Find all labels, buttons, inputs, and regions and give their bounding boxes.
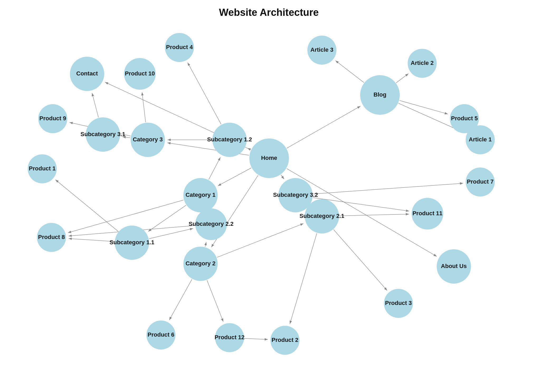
node-article3[interactable]: Article 3 xyxy=(307,36,336,65)
node-article2[interactable]: Article 2 xyxy=(408,49,437,78)
graph-edge xyxy=(149,228,193,239)
graph-edge xyxy=(142,92,146,122)
node-category1[interactable]: Category 1 xyxy=(183,178,218,212)
node-label-category2: Category 2 xyxy=(185,260,216,267)
node-product6[interactable]: Product 6 xyxy=(146,321,175,350)
node-sub31[interactable]: Subcategory 3.1 xyxy=(80,117,125,152)
graph-edge xyxy=(335,61,364,83)
node-category3[interactable]: Category 3 xyxy=(131,123,165,157)
graph-edge xyxy=(217,223,303,257)
graph-edge xyxy=(313,183,463,194)
node-label-sub31: Subcategory 3.1 xyxy=(80,131,125,137)
graph-edge xyxy=(399,101,448,114)
node-sub22[interactable]: Subcategory 2.2 xyxy=(189,208,234,240)
node-aboutus[interactable]: About Us xyxy=(437,249,471,284)
node-label-article3: Article 3 xyxy=(311,46,334,53)
node-label-product2: Product 2 xyxy=(272,337,298,343)
node-product11[interactable]: Product 11 xyxy=(412,198,443,230)
node-product10[interactable]: Product 10 xyxy=(124,58,156,90)
node-label-product1: Product 1 xyxy=(29,165,55,172)
node-product1[interactable]: Product 1 xyxy=(28,154,57,183)
graph-edge xyxy=(148,205,186,231)
node-label-blog: Blog xyxy=(374,91,387,98)
node-label-product12: Product 12 xyxy=(215,334,245,341)
node-label-product9: Product 9 xyxy=(39,115,66,122)
graph-edge xyxy=(396,74,408,83)
node-label-product11: Product 11 xyxy=(412,210,442,217)
node-label-article1: Article 1 xyxy=(469,136,492,143)
node-label-sub22: Subcategory 2.2 xyxy=(189,221,234,227)
graph-edge xyxy=(218,168,251,186)
node-label-product7: Product 7 xyxy=(467,178,493,185)
node-product2[interactable]: Product 2 xyxy=(270,326,299,355)
node-label-article2: Article 2 xyxy=(411,60,434,66)
node-product9[interactable]: Product 9 xyxy=(38,104,67,133)
node-label-product5: Product 5 xyxy=(451,115,478,122)
node-contact[interactable]: Contact xyxy=(70,57,104,91)
node-label-sub11: Subcategory 1.1 xyxy=(109,239,154,246)
graph-edge xyxy=(334,230,387,290)
node-label-category1: Category 1 xyxy=(185,192,216,198)
graph-edge xyxy=(281,175,284,179)
node-label-home: Home xyxy=(261,155,277,161)
graph-edge xyxy=(205,242,206,247)
node-label-category3: Category 3 xyxy=(133,136,163,143)
node-label-contact: Contact xyxy=(76,70,98,77)
node-label-aboutus: About Us xyxy=(441,263,467,269)
graph-svg: Website ArchitectureHomeCategory 1Catego… xyxy=(0,0,538,392)
node-product4[interactable]: Product 4 xyxy=(165,33,194,62)
node-label-sub32: Subcategory 3.2 xyxy=(273,192,318,198)
node-sub11[interactable]: Subcategory 1.1 xyxy=(109,226,154,260)
node-label-product4: Product 4 xyxy=(166,44,193,50)
node-sub12[interactable]: Subcategory 1.2 xyxy=(207,123,252,157)
graph-edge xyxy=(55,180,118,231)
page-title: Website Architecture xyxy=(219,7,319,18)
node-label-product3: Product 3 xyxy=(385,300,412,306)
graph-edge xyxy=(207,280,223,322)
graph-edge xyxy=(69,238,114,241)
node-product7[interactable]: Product 7 xyxy=(466,168,495,197)
node-product12[interactable]: Product 12 xyxy=(215,323,245,352)
graph-edge xyxy=(290,233,317,324)
node-article1[interactable]: Article 1 xyxy=(466,125,495,154)
node-label-product10: Product 10 xyxy=(125,70,155,77)
node-product8[interactable]: Product 8 xyxy=(37,223,66,252)
node-category2[interactable]: Category 2 xyxy=(183,247,218,281)
node-product3[interactable]: Product 3 xyxy=(384,289,413,318)
graph-edge xyxy=(92,93,98,118)
graph-edge xyxy=(188,63,221,124)
node-label-product6: Product 6 xyxy=(147,331,174,338)
chart-container: Website ArchitectureHomeCategory 1Catego… xyxy=(0,0,538,392)
graph-edge xyxy=(245,338,268,340)
node-label-sub21: Subcategory 2.1 xyxy=(299,213,344,219)
node-label-sub12: Subcategory 1.2 xyxy=(207,136,252,143)
node-home[interactable]: Home xyxy=(249,138,289,178)
node-blog[interactable]: Blog xyxy=(360,75,400,115)
graph-edge xyxy=(287,106,360,148)
graph-edge xyxy=(209,157,220,179)
node-label-product8: Product 8 xyxy=(38,234,65,240)
graph-edge xyxy=(340,214,409,216)
graph-edge xyxy=(169,279,192,320)
